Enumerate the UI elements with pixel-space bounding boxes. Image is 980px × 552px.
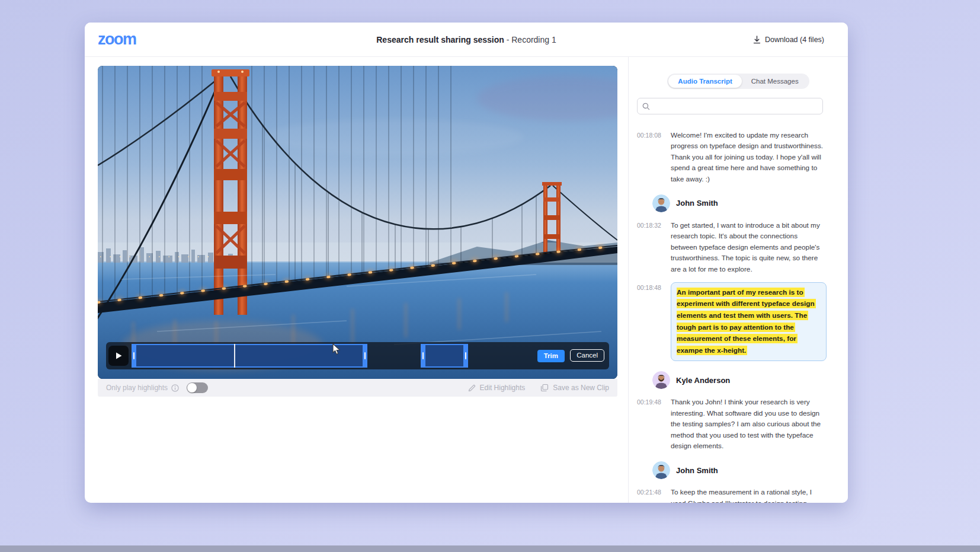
highlighted-text: An important part of my research is to e… [677,288,816,355]
tab-audio-transcript[interactable]: Audio Transcript [668,75,741,88]
only-play-highlights-toggle[interactable] [187,382,208,393]
speaker-name: John Smith [676,466,718,475]
header: zoom Research result sharing session - R… [85,23,848,57]
transcript-entry[interactable]: 00:18:48An important part of my research… [637,282,824,361]
search-box [637,98,823,114]
transcript-list: 00:18:08Welcome! I'm excited to update m… [629,121,848,503]
zoom-logo: zoom [98,30,136,49]
highlighted-block[interactable]: An important part of my research is to e… [671,282,827,361]
trim-handle-left[interactable] [421,345,425,366]
tab-chat-messages[interactable]: Chat Messages [742,75,808,88]
transcript-text: Thank you John! I think your research is… [671,397,824,451]
only-play-highlights-label: Only play highlights [106,384,168,392]
handle-grip [465,352,466,359]
transcript-text: An important part of my research is to e… [671,282,824,361]
download-icon [753,36,761,44]
download-button[interactable]: Download (4 files) [753,36,824,44]
transcript-entry[interactable]: 00:18:32To get started, I want to introd… [637,220,824,275]
player-toolbar: Only play highlights Edit Highlights [98,379,617,397]
trim-handle-right[interactable] [463,345,468,366]
edit-highlights-label: Edit Highlights [480,384,526,392]
pencil-icon [468,384,476,392]
bottom-strip [0,545,980,552]
handle-grip [422,352,424,359]
app-window: zoom Research result sharing session - R… [85,23,848,503]
transcript-text: To keep the measurement in a rational st… [671,487,824,503]
transcript-entry[interactable]: 00:18:08Welcome! I'm excited to update m… [637,130,824,184]
speaker-name: Kyle Anderson [676,376,730,385]
timestamp: 00:18:32 [637,220,665,275]
edit-highlights-button[interactable]: Edit Highlights [468,384,526,392]
transcript-entry[interactable]: 00:21:48To keep the measurement in a rat… [637,487,824,503]
info-icon [171,384,179,392]
toggle-knob [187,383,197,393]
playhead[interactable] [234,344,235,368]
trim-bar: Trim Cancel [106,342,609,369]
speaker-header: John Smith [652,194,824,212]
save-as-new-clip-button[interactable]: Save as New Clip [540,384,609,392]
recording-label: - Recording 1 [504,35,556,44]
speaker-header: John Smith [652,461,824,479]
cancel-button[interactable]: Cancel [570,349,604,362]
timestamp: 00:19:48 [637,397,665,451]
transcript-entry[interactable]: 00:19:48Thank you John! I think your res… [637,397,824,451]
handle-grip [364,352,366,359]
trim-button[interactable]: Trim [537,350,565,362]
trim-selection-2[interactable] [421,344,468,368]
speaker-name: John Smith [676,199,718,208]
trim-handle-right[interactable] [363,345,367,366]
transcript-text: To get started, I want to introduce a bi… [671,220,824,275]
avatar [652,194,670,212]
timestamp: 00:18:48 [637,282,665,361]
transcript-sidebar: Audio Transcript Chat Messages 00:18:08W… [628,57,848,503]
trim-timeline[interactable] [106,342,609,369]
video-frame-image [98,66,617,379]
page-title: Research result sharing session - Record… [85,35,848,44]
player-pane: Trim Cancel Only play highlights [85,57,628,503]
timestamp: 00:18:08 [637,130,665,184]
trim-handle-left[interactable] [132,345,136,366]
copy-icon [540,384,549,392]
transcript-text: Welcome! I'm excited to update my resear… [671,130,824,184]
sidebar-tabs: Audio Transcript Chat Messages [667,74,809,89]
avatar [652,461,670,479]
speaker-header: Kyle Anderson [652,371,824,389]
content: Trim Cancel Only play highlights [85,57,848,503]
video-player[interactable]: Trim Cancel [98,66,617,379]
save-as-new-clip-label: Save as New Clip [553,384,609,392]
handle-grip [133,352,134,359]
trim-selection-1[interactable] [132,344,367,368]
download-label: Download (4 files) [765,36,824,44]
search-input[interactable] [654,102,818,110]
session-title: Research result sharing session [376,35,504,44]
screen: zoom Research result sharing session - R… [0,0,980,552]
highlights-toggle-group: Only play highlights [106,382,208,393]
toolbar-actions: Edit Highlights Save as New Clip [468,384,609,392]
avatar [652,371,670,389]
search-icon [642,103,650,110]
timestamp: 00:21:48 [637,487,665,503]
